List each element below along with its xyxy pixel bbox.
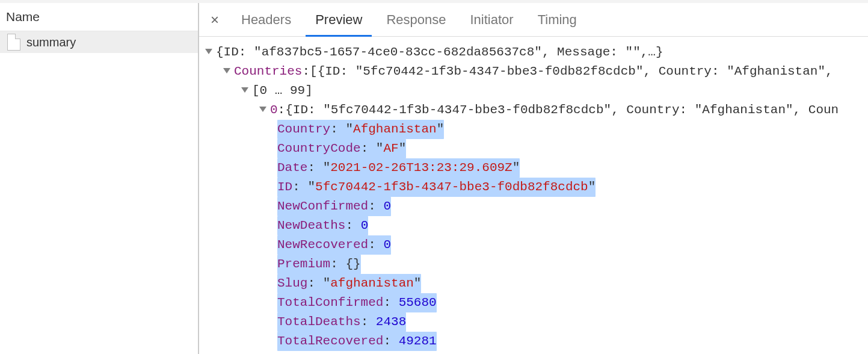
devtools-panel: Name summary × Headers Preview Response … [0,0,868,354]
tab-initiator[interactable]: Initiator [458,3,525,36]
prop-totaldeaths[interactable]: TotalDeaths: 2438 [199,312,868,332]
tab-preview[interactable]: Preview [303,3,374,36]
range-label: [0 … 99] [252,81,313,101]
tree-root[interactable]: {ID: "af837bc5-1657-4ce0-83cc-682da85637… [199,43,868,62]
tab-timing[interactable]: Timing [526,3,589,36]
details-panel: × Headers Preview Response Initiator Tim… [199,3,868,354]
file-icon [7,34,20,51]
tree-index-0[interactable]: 0: {ID: "5fc70442-1f3b-4347-bbe3-f0db82f… [199,101,868,120]
prop-slug[interactable]: Slug: "afghanistan" [199,274,868,293]
prop-id[interactable]: ID: "5fc70442-1f3b-4347-bbe3-f0db82f8cdc… [199,178,868,197]
request-list-panel: Name summary [0,3,199,354]
prop-newconfirmed[interactable]: NewConfirmed: 0 [199,197,868,216]
prop-country[interactable]: Country: "Afghanistan" [199,120,868,139]
name-column-header[interactable]: Name [0,3,198,31]
tree-range[interactable]: [0 … 99] [199,81,868,101]
index-0-key: 0 [270,101,278,120]
key-countries: Countries [234,62,302,81]
root-summary: {ID: "af837bc5-1657-4ce0-83cc-682da85637… [216,43,663,62]
prop-newrecovered[interactable]: NewRecovered: 0 [199,235,868,255]
preview-body: {ID: "af837bc5-1657-4ce0-83cc-682da85637… [199,37,868,354]
tree-countries[interactable]: Countries: [{ID: "5fc70442-1f3b-4347-bbe… [199,62,868,81]
prop-premium[interactable]: Premium: {} [199,255,868,274]
prop-newdeaths[interactable]: NewDeaths: 0 [199,216,868,235]
tab-bar: × Headers Preview Response Initiator Tim… [199,3,868,37]
prop-countrycode[interactable]: CountryCode: "AF" [199,139,868,158]
prop-date[interactable]: Date: "2021-02-26T13:23:29.609Z" [199,158,868,178]
tab-headers[interactable]: Headers [229,3,303,36]
chevron-down-icon[interactable] [259,107,266,112]
request-name: summary [26,36,76,49]
prop-totalconfirmed[interactable]: TotalConfirmed: 55680 [199,293,868,312]
chevron-down-icon[interactable] [241,87,248,93]
prop-totalrecovered[interactable]: TotalRecovered: 49281 [199,332,868,351]
chevron-down-icon[interactable] [223,68,230,73]
countries-summary: [{ID: "5fc70442-1f3b-4347-bbe3-f0db82f8c… [310,62,833,81]
request-item-summary[interactable]: summary [0,31,198,53]
chevron-down-icon[interactable] [205,49,212,54]
close-icon[interactable]: × [206,11,223,28]
index-0-summary: {ID: "5fc70442-1f3b-4347-bbe3-f0db82f8cd… [285,101,839,120]
tab-response[interactable]: Response [374,3,458,36]
